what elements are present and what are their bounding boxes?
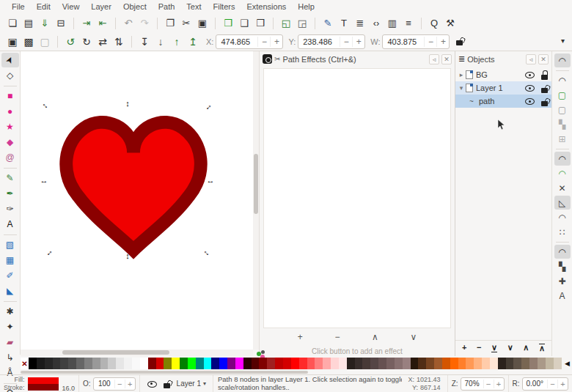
- fill-stroke-indicator[interactable]: Fill: Stroke: 16.0: [0, 375, 79, 392]
- object-row-path[interactable]: ~ path: [455, 95, 551, 108]
- fill-color-swatch[interactable]: [28, 377, 59, 384]
- palette-swatch[interactable]: [204, 358, 212, 369]
- palette-swatch[interactable]: [466, 358, 474, 369]
- palette-swatch[interactable]: [116, 358, 124, 369]
- toolbar-overflow-caret[interactable]: ▾: [561, 37, 565, 45]
- palette-swatch[interactable]: [37, 358, 45, 369]
- palette-swatch[interactable]: [529, 358, 538, 369]
- snap-bounding-box-toggle[interactable]: ◠: [554, 73, 571, 87]
- palette-scrollbar[interactable]: [21, 371, 308, 374]
- unlink-clone-button[interactable]: ❒: [252, 16, 268, 31]
- palette-swatch[interactable]: [124, 358, 132, 369]
- expander-icon[interactable]: ▸: [457, 71, 466, 78]
- snap-others-toggle[interactable]: ◠: [554, 245, 571, 259]
- lower-to-bottom-button[interactable]: ↧: [136, 34, 153, 49]
- select-all-layers-button[interactable]: ▩: [21, 34, 37, 49]
- palette-swatch[interactable]: [411, 358, 419, 369]
- palette-swatch[interactable]: [275, 358, 283, 369]
- palette-swatch[interactable]: [498, 358, 506, 369]
- menu-item[interactable]: Object: [117, 1, 153, 12]
- box-3d-tool[interactable]: ◆: [1, 135, 19, 149]
- objects-lower-button[interactable]: ∨: [507, 344, 513, 352]
- lpe-move-down-button[interactable]: ∨: [410, 332, 417, 342]
- import-button[interactable]: ⇥: [78, 16, 95, 31]
- visibility-toggle[interactable]: [524, 97, 535, 106]
- text-dialog-button[interactable]: T: [336, 16, 352, 31]
- palette-swatch[interactable]: [132, 358, 140, 369]
- snap-bbox-corners-toggle[interactable]: ▢: [554, 103, 571, 117]
- layer-label[interactable]: Layer 1: [476, 84, 524, 92]
- mesh-gradient-tool[interactable]: ▦: [1, 253, 19, 267]
- zoom-decrement-button[interactable]: −: [483, 380, 494, 388]
- snap-midpoints-toggle[interactable]: ∷: [554, 225, 571, 239]
- palette-swatch[interactable]: [188, 358, 196, 369]
- palette-swatch[interactable]: [252, 358, 260, 369]
- palette-swatch[interactable]: [442, 358, 450, 369]
- snap-object-centers-toggle[interactable]: ▚: [554, 259, 571, 273]
- fill-stroke-dialog-button[interactable]: ✎: [320, 16, 336, 31]
- palette-swatch[interactable]: [180, 358, 188, 369]
- tweak-tool[interactable]: ✱: [1, 304, 19, 319]
- width-increment-button[interactable]: +: [436, 37, 449, 47]
- cut-button[interactable]: ✂: [178, 16, 194, 31]
- lock-ratio-icon[interactable]: [455, 36, 463, 45]
- x-decrement-button[interactable]: −: [257, 37, 270, 47]
- layer-row-bg[interactable]: ▸ BG: [455, 68, 551, 81]
- snap-nodes-toggle[interactable]: ◠: [554, 152, 571, 166]
- palette-swatch[interactable]: [482, 358, 490, 369]
- rotation-input[interactable]: 0.00°: [523, 380, 547, 388]
- palette-swatch[interactable]: [108, 358, 116, 369]
- copy-button[interactable]: ❐: [162, 16, 178, 31]
- palette-swatch[interactable]: [299, 358, 307, 369]
- x-increment-button[interactable]: +: [270, 37, 282, 47]
- palette-swatch[interactable]: [426, 358, 434, 369]
- palette-swatch[interactable]: [164, 358, 172, 369]
- calligraphy-tool[interactable]: ✑: [1, 201, 19, 216]
- ellipse-tool[interactable]: ●: [1, 104, 19, 119]
- snap-text-baseline-toggle[interactable]: A: [554, 289, 571, 303]
- create-clone-button[interactable]: ❑: [236, 16, 252, 31]
- width-decrement-button[interactable]: −: [424, 37, 436, 47]
- palette-swatch[interactable]: [235, 358, 243, 369]
- save-document-button[interactable]: ⇓: [37, 16, 53, 31]
- layer-label[interactable]: BG: [476, 70, 524, 79]
- dropper-tool[interactable]: ✐: [1, 268, 19, 283]
- heart-shape[interactable]: [54, 108, 213, 259]
- pen-tool[interactable]: ✒: [1, 186, 19, 201]
- rotate-cw-button[interactable]: ↻: [78, 34, 95, 49]
- palette-swatch[interactable]: [474, 358, 482, 369]
- gradient-tool[interactable]: ▧: [1, 237, 19, 252]
- objects-add-button[interactable]: +: [462, 344, 466, 352]
- flip-vertical-button[interactable]: ⇅: [111, 34, 127, 49]
- palette-swatch[interactable]: [243, 358, 252, 369]
- zoom-increment-button[interactable]: +: [494, 380, 504, 388]
- lock-toggle[interactable]: [540, 84, 549, 93]
- raise-button[interactable]: ↑: [169, 34, 185, 49]
- palette-swatch[interactable]: [418, 358, 426, 369]
- layer-visibility-toggle[interactable]: [147, 380, 157, 388]
- paste-button[interactable]: ▣: [194, 16, 210, 31]
- x-input[interactable]: 474.865: [216, 37, 257, 46]
- palette-swatch[interactable]: [362, 358, 370, 369]
- lpe-move-up-button[interactable]: ∧: [372, 332, 378, 342]
- vscroll-thumb[interactable]: [254, 154, 258, 214]
- palette-swatch[interactable]: [538, 358, 546, 369]
- palette-swatch[interactable]: [458, 358, 466, 369]
- palette-swatch[interactable]: [267, 358, 275, 369]
- node-tool[interactable]: ◇: [1, 68, 19, 83]
- lpe-remove-button[interactable]: −: [334, 332, 340, 342]
- snap-global-toggle[interactable]: ◠: [554, 53, 571, 67]
- palette-swatch[interactable]: [227, 358, 235, 369]
- expander-icon[interactable]: ▾: [457, 84, 466, 92]
- palette-no-color-swatch[interactable]: ✕: [21, 358, 29, 369]
- palette-swatch[interactable]: [172, 358, 180, 369]
- canvas[interactable]: ↔ ↕ ↔ ↔ ↔ ↔ ↕ ↔: [21, 51, 253, 350]
- objects-move-to-top-button[interactable]: ∧: [539, 344, 545, 352]
- menu-item[interactable]: File: [6, 1, 31, 12]
- palette-swatch[interactable]: [68, 358, 76, 369]
- y-increment-button[interactable]: +: [352, 37, 364, 47]
- palette-swatch[interactable]: [291, 358, 299, 369]
- scale-handle-top-left[interactable]: ↔: [40, 99, 53, 111]
- paint-bucket-tool[interactable]: ◣: [1, 284, 19, 298]
- objects-raise-button[interactable]: ∧: [523, 344, 529, 352]
